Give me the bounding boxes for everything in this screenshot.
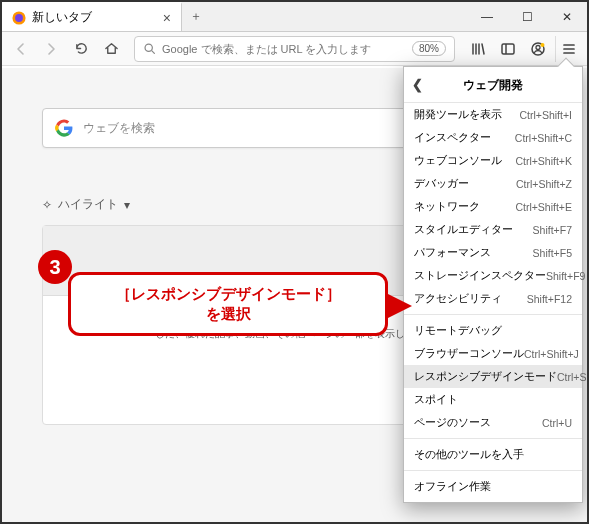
menu-item-label: ストレージインスペクター [414,268,546,283]
menu-item-label: インスペクター [414,130,491,145]
google-logo-icon [55,119,73,137]
svg-rect-3 [502,44,514,54]
menu-item[interactable]: ストレージインスペクターShift+F9 [404,264,582,287]
newtab-search-placeholder: ウェブを検索 [83,120,155,137]
address-input[interactable] [162,43,406,55]
menu-back-button[interactable]: ❮ [412,77,423,92]
sparkle-icon: ✧ [42,198,52,212]
annotation-step-number: 3 [38,250,72,284]
menu-item[interactable]: インスペクターCtrl+Shift+C [404,126,582,149]
menu-header: ❮ ウェブ開発 [404,67,582,103]
account-button[interactable] [525,36,551,62]
menu-item[interactable]: スタイルエディターShift+F7 [404,218,582,241]
menu-item[interactable]: アクセシビリティShift+F12 [404,287,582,310]
menu-item-label: ブラウザーコンソール [414,346,524,361]
close-button[interactable]: ✕ [547,2,587,31]
svg-point-5 [536,45,540,49]
reload-button[interactable] [68,36,94,62]
menu-item-shortcut: Ctrl+Shift+J [524,348,579,360]
menu-item-label: スタイルエディター [414,222,513,237]
app-menu-button[interactable] [555,36,581,62]
menu-item[interactable]: 開発ツールを表示Ctrl+Shift+I [404,103,582,126]
nav-forward-button[interactable] [38,36,64,62]
title-bar: 新しいタブ × ＋ — ☐ ✕ [2,2,587,32]
menu-item-shortcut: Shift+F9 [546,270,585,282]
address-bar[interactable]: 80% [134,36,455,62]
annotation-callout: ［レスポンシブデザインモード］を選択 [68,272,388,336]
menu-item[interactable]: スポイト [404,388,582,411]
menu-item-label: オフライン作業 [414,479,491,494]
menu-item-label: アクセシビリティ [414,291,502,306]
svg-point-2 [145,44,152,51]
maximize-button[interactable]: ☐ [507,2,547,31]
web-developer-menu: ❮ ウェブ開発 開発ツールを表示Ctrl+Shift+IインスペクターCtrl+… [403,66,583,503]
menu-item-label: その他のツールを入手 [414,447,524,462]
home-button[interactable] [98,36,124,62]
menu-divider [404,438,582,439]
menu-item-shortcut: Ctrl+Shift+I [519,109,572,121]
menu-item-shortcut: Ctrl+Shift+E [515,201,572,213]
menu-divider [404,314,582,315]
svg-point-6 [541,43,545,47]
menu-item[interactable]: パフォーマンスShift+F5 [404,241,582,264]
menu-item[interactable]: その他のツールを入手 [404,443,582,466]
tab-close-icon[interactable]: × [163,10,171,26]
menu-item-shortcut: Ctrl+Shift+M [557,371,589,383]
menu-item-label: ウェブコンソール [414,153,502,168]
menu-title: ウェブ開発 [463,78,523,92]
minimize-button[interactable]: — [467,2,507,31]
menu-item-shortcut: Ctrl+Shift+Z [516,178,572,190]
chevron-down-icon: ▾ [124,198,130,212]
menu-item[interactable]: リモートデバッグ [404,319,582,342]
annotation-pointer-icon [388,294,412,318]
new-tab-button[interactable]: ＋ [182,2,210,31]
menu-item[interactable]: ページのソースCtrl+U [404,411,582,434]
menu-divider [404,470,582,471]
firefox-icon [12,11,26,25]
menu-item-shortcut: Ctrl+Shift+C [515,132,572,144]
zoom-indicator[interactable]: 80% [412,41,446,56]
highlights-label: ハイライト [58,196,118,213]
menu-item[interactable]: ブラウザーコンソールCtrl+Shift+J [404,342,582,365]
annotation-text: ［レスポンシブデザインモード］を選択 [116,284,341,325]
menu-item-shortcut: Shift+F12 [527,293,572,305]
sidebar-button[interactable] [495,36,521,62]
menu-item-shortcut: Ctrl+Shift+K [515,155,572,167]
menu-item-label: ページのソース [414,415,491,430]
search-icon [143,42,156,55]
menu-item[interactable]: ネットワークCtrl+Shift+E [404,195,582,218]
menu-item-label: デバッガー [414,176,469,191]
window-controls: — ☐ ✕ [467,2,587,31]
menu-item-label: スポイト [414,392,458,407]
menu-item-label: 開発ツールを表示 [414,107,502,122]
menu-item[interactable]: ウェブコンソールCtrl+Shift+K [404,149,582,172]
menu-item-label: ネットワーク [414,199,480,214]
menu-item-shortcut: Shift+F5 [533,247,572,259]
menu-item[interactable]: オフライン作業 [404,475,582,498]
menu-item[interactable]: レスポンシブデザインモードCtrl+Shift+M [404,365,582,388]
menu-item[interactable]: デバッガーCtrl+Shift+Z [404,172,582,195]
svg-point-1 [15,14,23,22]
menu-item-label: リモートデバッグ [414,323,502,338]
menu-item-label: パフォーマンス [414,245,491,260]
nav-back-button[interactable] [8,36,34,62]
menu-item-label: レスポンシブデザインモード [414,369,557,384]
nav-toolbar: 80% [2,32,587,66]
tab-title: 新しいタブ [32,9,92,26]
library-button[interactable] [465,36,491,62]
browser-tab[interactable]: 新しいタブ × [2,2,182,31]
menu-item-shortcut: Shift+F7 [533,224,572,236]
menu-item-shortcut: Ctrl+U [542,417,572,429]
